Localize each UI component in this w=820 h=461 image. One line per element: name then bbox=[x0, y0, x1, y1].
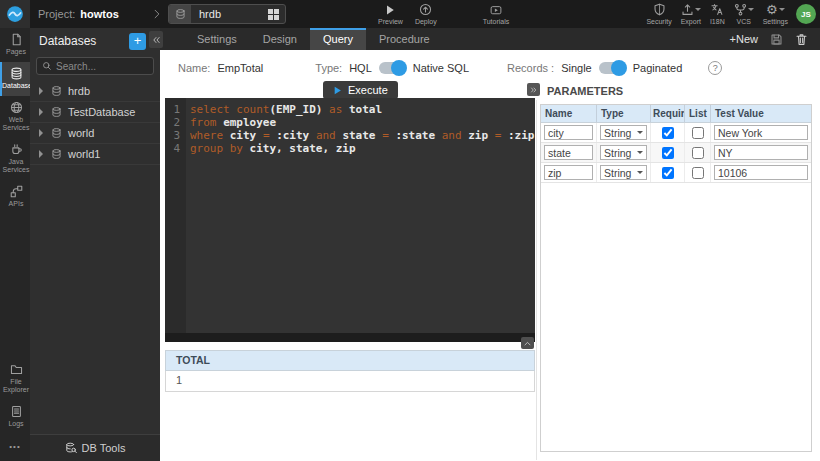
param-type-select[interactable]: String bbox=[600, 165, 647, 180]
tutorials-button[interactable]: Tutorials bbox=[483, 0, 510, 28]
type-label: Type: bbox=[315, 62, 342, 74]
query-name-value[interactable]: EmpTotal bbox=[217, 62, 263, 74]
param-list-checkbox[interactable] bbox=[692, 127, 704, 139]
query-config-row: Name: EmpTotal Type: HQL Native SQL Reco… bbox=[178, 59, 722, 77]
grid-icon[interactable] bbox=[268, 9, 279, 20]
tab-settings[interactable]: Settings bbox=[184, 28, 250, 50]
add-database-button[interactable]: + bbox=[129, 33, 146, 50]
code-line: 4group by city, state, zip bbox=[165, 142, 535, 155]
type-off-label: HQL bbox=[349, 62, 372, 74]
export-button[interactable]: Export bbox=[681, 0, 701, 28]
db-tree-item-world1[interactable]: world1 bbox=[30, 144, 160, 165]
param-required-checkbox[interactable] bbox=[662, 167, 674, 179]
more-icon[interactable]: ••• bbox=[0, 434, 30, 461]
rail-item-java-services[interactable]: Java Services bbox=[0, 138, 30, 180]
db-tree-item-hrdb[interactable]: hrdb bbox=[30, 81, 160, 102]
query-workspace: Name: EmpTotal Type: HQL Native SQL Reco… bbox=[160, 50, 820, 461]
cloud-upload-icon bbox=[419, 3, 432, 16]
project-name: howtos bbox=[80, 8, 119, 20]
coffee-icon bbox=[10, 143, 23, 156]
rail-item-web-services[interactable]: Web Services bbox=[0, 96, 30, 138]
db-tree-item-world[interactable]: world bbox=[30, 123, 160, 144]
param-type-select[interactable]: String bbox=[600, 145, 647, 160]
records-toggle[interactable] bbox=[599, 62, 626, 74]
wavemaker-logo[interactable] bbox=[0, 0, 30, 28]
database-selector[interactable]: hrdb bbox=[168, 4, 286, 24]
tab-query[interactable]: Query bbox=[310, 28, 366, 50]
new-query-button[interactable]: +New bbox=[730, 28, 758, 50]
column-header: Test Value bbox=[711, 105, 811, 122]
save-button[interactable] bbox=[770, 28, 783, 50]
i18n-button[interactable]: I18N bbox=[710, 0, 725, 28]
project-label: Project: bbox=[38, 8, 75, 20]
branch-icon bbox=[734, 3, 747, 16]
settings-button[interactable]: ⚙ Settings bbox=[763, 0, 788, 28]
sql-editor[interactable]: 1select count(EMP_ID) as total 2from emp… bbox=[165, 98, 535, 333]
caret-down-icon bbox=[779, 8, 785, 14]
param-name-input[interactable] bbox=[544, 125, 593, 140]
export-icon bbox=[681, 3, 694, 16]
records-on-label: Paginated bbox=[633, 62, 683, 74]
left-rail: Pages Databases Web Services Java Servic… bbox=[0, 28, 30, 461]
search-icon bbox=[42, 61, 52, 71]
param-test-value-input[interactable] bbox=[714, 145, 808, 160]
param-list-checkbox[interactable] bbox=[692, 147, 704, 159]
expand-arrow-icon[interactable] bbox=[39, 150, 47, 158]
gear-icon: ⚙ bbox=[766, 3, 778, 16]
param-name-input[interactable] bbox=[544, 165, 593, 180]
rail-item-logs[interactable]: Logs bbox=[0, 400, 30, 434]
globe-icon bbox=[10, 101, 23, 114]
trash-icon bbox=[795, 33, 808, 46]
results-row: 1 bbox=[165, 371, 535, 392]
db-tools-button[interactable]: DB Tools bbox=[30, 434, 160, 461]
toggle-knob bbox=[611, 60, 627, 76]
rail-item-databases[interactable]: Databases bbox=[0, 62, 30, 96]
parameters-panel: PARAMETERS Name Type Required List Test … bbox=[540, 85, 812, 452]
database-icon bbox=[51, 127, 62, 139]
search-input[interactable] bbox=[56, 61, 146, 72]
deploy-button[interactable]: Deploy bbox=[415, 0, 437, 28]
rail-item-apis[interactable]: APIs bbox=[0, 180, 30, 214]
delete-button[interactable] bbox=[795, 28, 808, 50]
collapse-panel-button[interactable] bbox=[149, 31, 163, 48]
rail-item-file-explorer[interactable]: File Explorer bbox=[0, 358, 30, 400]
collapse-results-button[interactable] bbox=[521, 337, 534, 349]
param-test-value-input[interactable] bbox=[714, 165, 808, 180]
expand-arrow-icon[interactable] bbox=[39, 129, 47, 137]
tab-procedure[interactable]: Procedure bbox=[366, 28, 443, 50]
selected-database: hrdb bbox=[191, 8, 268, 20]
param-type-select[interactable]: String bbox=[600, 125, 647, 140]
security-button[interactable]: Security bbox=[646, 0, 671, 28]
param-test-value-input[interactable] bbox=[714, 125, 808, 140]
db-tree-item-testdatabase[interactable]: TestDatabase bbox=[30, 102, 160, 123]
editor-scrollbar[interactable] bbox=[165, 333, 535, 342]
param-required-checkbox[interactable] bbox=[662, 127, 674, 139]
parameter-row: String bbox=[541, 163, 811, 183]
select-arrow-icon bbox=[637, 131, 643, 137]
parameter-row: String bbox=[541, 143, 811, 163]
execute-button[interactable]: Execute bbox=[323, 81, 398, 99]
chevrons-left-icon bbox=[151, 35, 161, 45]
avatar[interactable]: JS bbox=[796, 4, 816, 24]
search-box[interactable] bbox=[36, 57, 154, 75]
param-name-input[interactable] bbox=[544, 145, 593, 160]
tab-design[interactable]: Design bbox=[250, 28, 310, 50]
expand-parameters-button[interactable] bbox=[527, 83, 540, 96]
help-icon[interactable]: ? bbox=[708, 61, 722, 75]
preview-button[interactable]: Preview bbox=[378, 0, 403, 28]
vcs-button[interactable]: VCS bbox=[734, 0, 754, 28]
parameters-header-row: Name Type Required List Test Value bbox=[541, 105, 811, 123]
param-list-checkbox[interactable] bbox=[692, 167, 704, 179]
shield-icon bbox=[653, 3, 666, 16]
expand-arrow-icon[interactable] bbox=[39, 108, 47, 116]
video-icon bbox=[489, 4, 503, 16]
param-required-checkbox[interactable] bbox=[662, 147, 674, 159]
type-toggle[interactable] bbox=[379, 62, 406, 74]
tab-bar: Settings Design Query Procedure +New bbox=[160, 28, 820, 50]
column-header: Required bbox=[651, 105, 685, 122]
results-table: TOTAL 1 bbox=[165, 350, 535, 392]
folder-icon bbox=[10, 363, 23, 376]
rail-item-pages[interactable]: Pages bbox=[0, 28, 30, 62]
select-arrow-icon bbox=[637, 151, 643, 157]
expand-arrow-icon[interactable] bbox=[39, 87, 47, 95]
